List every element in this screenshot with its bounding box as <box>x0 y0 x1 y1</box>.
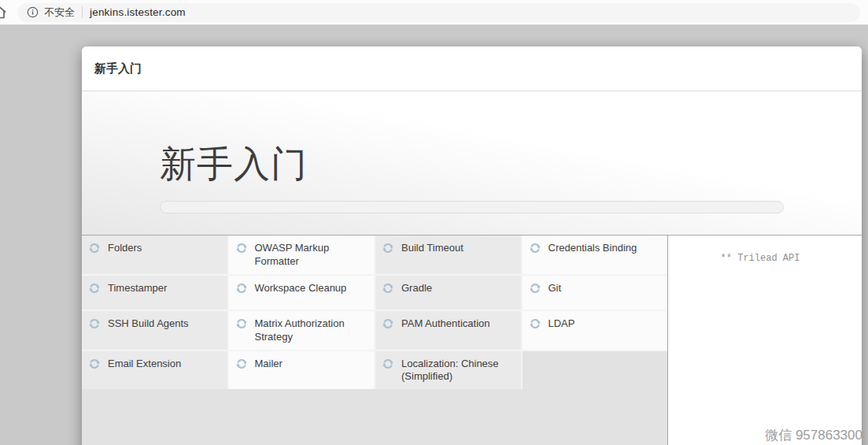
plugin-cell: Workspace Cleanup <box>229 276 375 310</box>
plugin-cell: Build Timeout <box>375 235 521 274</box>
refresh-spinner-icon <box>235 242 248 254</box>
plugin-cell: Git <box>523 276 668 310</box>
refresh-spinner-icon <box>235 358 248 370</box>
plugin-cell: Gradle <box>375 276 521 310</box>
plugin-cell: LDAP <box>523 311 668 350</box>
refresh-spinner-icon <box>382 242 394 254</box>
refresh-spinner-icon <box>88 317 101 330</box>
refresh-spinner-icon <box>235 317 248 330</box>
plugin-list-panel: Folders OWASP Markup Formatter <box>82 235 667 445</box>
page-background: 新手入门 新手入门 Folders <box>0 25 868 445</box>
plugin-label: LDAP <box>549 317 575 331</box>
plugin-cell: OWASP Markup Formatter <box>229 235 375 274</box>
plugin-label: SSH Build Agents <box>108 317 189 331</box>
install-content: Folders OWASP Markup Formatter <box>82 235 862 445</box>
plugin-cell: Email Extension <box>82 351 227 390</box>
watermark-text: 微信 957863300 <box>765 426 862 444</box>
home-icon <box>0 5 8 20</box>
plugin-label: Localization: Chinese (Simplified) <box>401 357 515 384</box>
plugin-cell: Matrix Authorization Strategy <box>229 311 375 350</box>
console-panel: ** Trilead API <box>667 235 862 445</box>
plugin-label: Credentials Binding <box>549 241 637 255</box>
refresh-spinner-icon <box>235 282 248 295</box>
plugin-cell: Localization: Chinese (Simplified) <box>375 351 521 390</box>
dialog-header: 新手入门 <box>82 46 862 91</box>
refresh-spinner-icon <box>529 282 541 295</box>
plugin-label: Workspace Cleanup <box>255 281 347 295</box>
refresh-spinner-icon <box>382 358 394 370</box>
plugin-cell: Mailer <box>229 351 375 390</box>
security-label: 不安全 <box>44 6 75 20</box>
refresh-spinner-icon <box>88 358 101 370</box>
refresh-spinner-icon <box>382 317 394 330</box>
plugin-label: Build Timeout <box>401 241 464 255</box>
plugin-label: OWASP Markup Formatter <box>255 241 368 269</box>
plugin-label: Folders <box>108 241 142 255</box>
plugin-cell: Folders <box>82 235 227 274</box>
empty-cell <box>523 351 668 390</box>
info-icon <box>27 6 39 18</box>
refresh-spinner-icon <box>382 282 394 295</box>
plugin-grid: Folders OWASP Markup Formatter <box>82 235 667 389</box>
plugin-label: Matrix Authorization Strategy <box>255 317 368 344</box>
home-button[interactable] <box>0 4 11 21</box>
plugin-cell: Credentials Binding <box>523 235 668 274</box>
refresh-spinner-icon <box>529 242 541 254</box>
refresh-spinner-icon <box>88 282 101 295</box>
banner-title: 新手入门 <box>160 145 862 184</box>
omnibox-divider <box>82 6 83 18</box>
refresh-spinner-icon <box>529 317 541 330</box>
site-security-chip[interactable]: 不安全 <box>27 6 75 20</box>
browser-address-bar: 不安全 jenkins.istester.com <box>0 0 868 25</box>
url-text: jenkins.istester.com <box>90 6 186 18</box>
plugin-label: Email Extension <box>108 357 181 371</box>
install-progress-bar <box>160 201 784 213</box>
plugin-label: Git <box>549 281 562 295</box>
refresh-spinner-icon <box>88 242 101 254</box>
plugin-cell: PAM Authentication <box>375 311 521 350</box>
plugin-label: Mailer <box>255 357 283 371</box>
plugin-label: PAM Authentication <box>401 317 490 331</box>
getting-started-banner: 新手入门 <box>82 91 862 235</box>
url-omnibox[interactable]: 不安全 jenkins.istester.com <box>17 3 860 22</box>
console-line: ** Trilead API <box>721 253 800 264</box>
setup-wizard-dialog: 新手入门 新手入门 Folders <box>82 46 862 445</box>
plugin-label: Timestamper <box>108 281 167 295</box>
dialog-title: 新手入门 <box>94 61 142 76</box>
plugin-label: Gradle <box>401 281 432 295</box>
plugin-cell: SSH Build Agents <box>82 311 227 350</box>
plugin-cell: Timestamper <box>82 276 227 310</box>
